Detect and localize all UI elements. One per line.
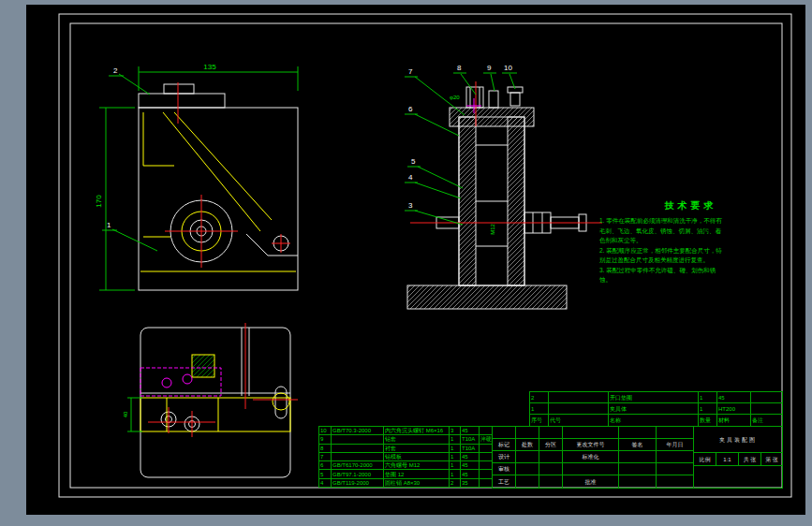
part-material: 35 [461,478,480,487]
part-remark [480,452,493,460]
front-outline [139,84,298,290]
role-approve: 批准 [563,475,619,489]
cell [657,451,694,463]
part-qty: 1 [450,470,461,478]
tech-requirement-line: 色剂和灰尘等。 [599,236,782,246]
col-header-name: 名称 [609,415,699,427]
front-dim-lines [99,66,298,290]
balloon-5: 5 [411,157,416,166]
tech-requirements-title: 技术要求 [599,199,782,212]
drawing-title: 夹具装配图 [694,427,783,453]
part-no: 1 [530,403,549,415]
scale-label: 比例 [694,453,716,466]
tech-requirement-line: 1. 零件在装配前必须清理和清洗干净，不得有 [599,216,782,226]
part-material: 45 [461,470,480,478]
plan-outline [140,328,290,477]
part-qty: 1 [699,403,717,415]
part-remark [480,470,493,478]
part-name: 垫圈 12 [384,470,450,478]
cell [516,463,539,475]
part-remark [480,461,493,470]
part-remark [480,444,493,452]
table-row: 标记 处数 分区 更改文件号 签名 年月日 [493,439,694,451]
part-remark: 淬硬 [480,435,493,444]
plan-view: 40 [123,323,298,477]
front-view: 135 170 [95,63,298,290]
cell [619,451,657,463]
part-name: 钻模板 [384,452,450,460]
col-header-qty: 数量 [699,415,717,427]
cell [539,463,563,475]
col-header-material: 材料 [717,415,751,427]
table-row: 4 GB/T119-2000 圆柱销 A8×30 2 35 [319,478,493,487]
rev-header-mark: 标记 [493,439,516,451]
tech-requirement-line: 毛刺、飞边、氧化皮、锈蚀、切屑、油污、着 [599,226,782,237]
balloon-2: 2 [113,66,118,75]
part-code [549,392,609,403]
table-row [493,427,694,439]
part-no: 9 [319,435,332,444]
cell [539,427,563,439]
balloon-10: 10 [504,64,512,72]
cell [563,463,619,475]
part-remark [751,392,783,403]
rev-header-count: 处数 [516,439,539,451]
balloon-9: 9 [487,64,492,72]
part-no: 4 [319,478,332,487]
role-check: 审核 [493,463,516,475]
table-row: 10 GB/T70.3-2000 内六角沉头螺钉 M6×16 3 45 [319,427,493,435]
cell [563,427,619,439]
part-name: 钻套 [384,435,450,444]
part-name: 开口垫圈 [609,392,699,403]
table-row: 7 钻模板 1 45 [319,452,493,460]
cell [516,427,539,439]
parts-list-table: 10 GB/T70.3-2000 内六角沉头螺钉 M6×16 3 45 9 钻套… [318,426,493,488]
title-block-revision-grid: 标记 处数 分区 更改文件号 签名 年月日 设计 标准化 审核 工艺 批准 [492,426,694,489]
part-code: GB/T70.3-2000 [332,427,384,435]
table-row: 6 GB/T6170-2000 六角螺母 M12 1 45 [319,461,493,470]
table-row: 9 钻套 1 T10A 淬硬 [319,435,493,444]
part-no: 6 [319,461,332,470]
rev-header-docno: 更改文件号 [563,439,619,451]
part-code [332,444,384,452]
tech-requirement-line: 别是过盈配合尺寸及相关精度进行复查。 [599,256,782,266]
col-header-code: 代号 [549,415,609,427]
cell [619,463,657,475]
part-name: 圆柱销 A8×30 [384,478,450,487]
part-code: GB/T6170-2000 [332,461,384,470]
balloon-4: 4 [408,173,413,182]
part-name: 六角螺母 M12 [384,461,450,470]
part-no: 5 [319,470,332,478]
part-material: T10A [461,444,480,452]
cell [619,427,657,439]
table-row: 2 开口垫圈 1 45 [530,392,783,403]
role-standard: 标准化 [563,451,619,463]
sheets-total: 共 张 [739,453,761,466]
part-qty: 2 [450,478,461,487]
table-row: 设计 标准化 [493,451,694,463]
tech-requirement-line: 2. 装配顺序应正常，相邻件主要配合尺寸，特 [599,246,782,256]
cad-viewport: { "window": { "bg": "#7d8c9b", "canvas_b… [0,0,812,526]
title-block-name-area: 夹具装配图 比例 1:1 共 张 第 张 [693,426,783,489]
balloon-1: 1 [107,221,111,229]
table-row: 比例 1:1 共 张 第 张 [694,453,783,466]
rev-header-date: 年月日 [657,439,694,451]
part-no: 2 [530,392,549,403]
role-design: 设计 [493,451,516,463]
part-code [332,435,384,444]
cell [539,475,563,489]
part-qty: 1 [450,461,461,470]
dim-front-height: 170 [95,195,103,208]
col-header-remark: 备注 [751,415,783,427]
cell [657,475,694,489]
part-name: 衬套 [384,444,450,452]
table-row: 8 衬套 1 T10A [319,444,493,452]
balloon-6: 6 [408,105,413,113]
part-remark [480,478,493,487]
part-material: 45 [461,461,480,470]
part-remark [480,427,493,435]
part-code: GB/T97.1-2000 [332,470,384,478]
section-view: 7 8 9 10 6 5 4 3 φ20 M12 [405,64,602,309]
role-process: 工艺 [493,475,516,489]
cell [516,475,539,489]
